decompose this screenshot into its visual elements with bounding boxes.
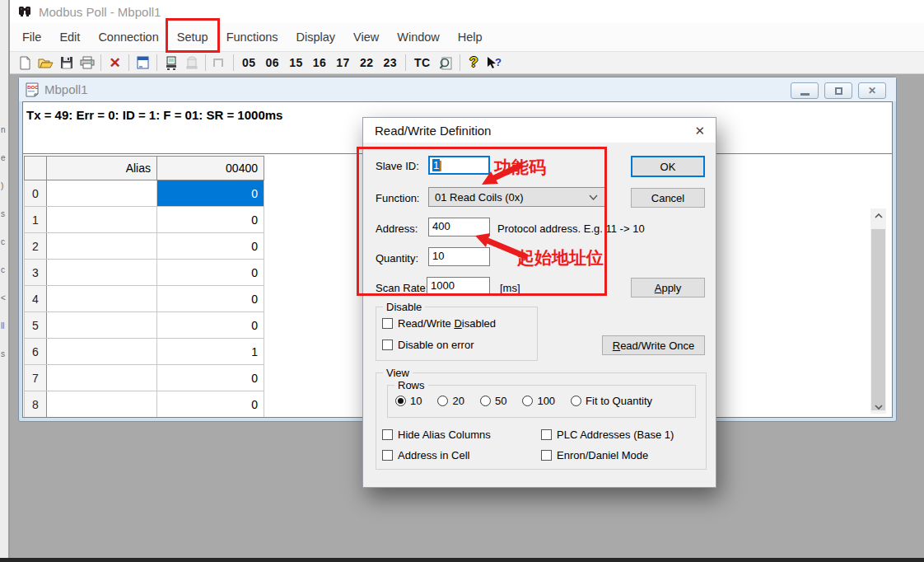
menu-display[interactable]: Display bbox=[287, 23, 345, 51]
function-selected-value: 01 Read Coils (0x) bbox=[435, 191, 524, 204]
child-title-bar[interactable]: DOC Mbpoll1 bbox=[19, 77, 896, 101]
rows-group: Rows 10 20 50 100 Fit to Quantity bbox=[387, 385, 696, 418]
menu-functions[interactable]: Functions bbox=[217, 23, 287, 51]
cell-alias[interactable] bbox=[47, 286, 157, 312]
cell-alias[interactable] bbox=[47, 233, 157, 260]
cell-value[interactable]: 0 bbox=[157, 365, 264, 391]
scan-rate-input[interactable]: 1000 bbox=[427, 277, 490, 296]
alias-column-header[interactable]: Alias bbox=[47, 157, 157, 180]
cell-value[interactable]: 0 bbox=[157, 207, 264, 233]
about-help-button[interactable]: ? bbox=[464, 53, 484, 73]
test-center-button[interactable]: TC bbox=[409, 56, 436, 69]
cell-alias[interactable] bbox=[47, 180, 157, 207]
menu-view[interactable]: View bbox=[344, 23, 388, 51]
rows-radio-option[interactable]: 50 bbox=[480, 395, 506, 407]
menu-edit[interactable]: Edit bbox=[50, 23, 89, 51]
func-16-button[interactable]: 16 bbox=[308, 56, 332, 69]
row-index[interactable]: 8 bbox=[25, 391, 47, 418]
corner-header-cell[interactable] bbox=[25, 157, 47, 180]
rows-radio-option[interactable]: 100 bbox=[522, 395, 555, 407]
menu-setup[interactable]: Setup bbox=[168, 23, 217, 51]
slave-id-label: Slave ID: bbox=[376, 160, 419, 172]
cell-alias[interactable] bbox=[47, 339, 157, 365]
delete-button[interactable]: ✕ bbox=[105, 53, 125, 73]
new-file-button[interactable] bbox=[15, 53, 35, 73]
row-index[interactable]: 1 bbox=[25, 207, 47, 233]
child-restore-button[interactable] bbox=[824, 82, 852, 99]
address-column-header[interactable]: 00400 bbox=[157, 157, 264, 180]
row-index[interactable]: 7 bbox=[25, 365, 47, 391]
save-button[interactable] bbox=[56, 53, 77, 73]
dialog-title-bar[interactable]: Read/Write Definition bbox=[363, 118, 716, 143]
open-file-button[interactable] bbox=[35, 53, 56, 73]
cell-value[interactable]: 0 bbox=[157, 233, 264, 260]
row-index[interactable]: 2 bbox=[25, 233, 47, 260]
context-help-button[interactable]: ? bbox=[484, 53, 505, 73]
rows-options: 10 20 50 100 Fit to Quantity bbox=[395, 395, 652, 407]
rows-radio-option[interactable]: 20 bbox=[437, 395, 464, 407]
cell-value[interactable]: 0 bbox=[157, 286, 264, 312]
address-input[interactable]: 400 bbox=[428, 218, 490, 237]
cell-alias[interactable] bbox=[47, 260, 157, 286]
enron-daniel-mode-checkbox[interactable]: Enron/Daniel Mode bbox=[541, 449, 648, 461]
save-floppy-icon bbox=[60, 56, 73, 69]
function-label: Function: bbox=[376, 192, 419, 204]
menu-connection[interactable]: Connection bbox=[89, 23, 167, 51]
scroll-up-icon[interactable] bbox=[870, 208, 886, 222]
hide-alias-columns-checkbox[interactable]: Hide Alias Columns bbox=[382, 429, 491, 441]
doc-icon: DOC bbox=[26, 82, 39, 97]
vertical-scrollbar[interactable] bbox=[870, 208, 886, 414]
communication-log-button[interactable] bbox=[436, 53, 456, 73]
child-minimize-button[interactable] bbox=[791, 82, 819, 99]
row-index[interactable]: 6 bbox=[25, 339, 47, 365]
app-title-bar[interactable]: Modbus Poll - Mbpoll1 bbox=[10, 0, 924, 23]
menu-help[interactable]: Help bbox=[449, 23, 492, 51]
cell-value[interactable]: 0 bbox=[157, 180, 264, 207]
func-06-button[interactable]: 06 bbox=[261, 56, 285, 69]
row-index[interactable]: 4 bbox=[25, 286, 47, 312]
apply-button[interactable]: Apply bbox=[631, 278, 705, 297]
cell-alias[interactable] bbox=[47, 207, 157, 233]
toolbar: ✕ 05 06 15 16 17 22 23 TC ? ? bbox=[10, 51, 924, 74]
func-23-button[interactable]: 23 bbox=[378, 56, 402, 69]
function-dropdown[interactable]: 01 Read Coils (0x) bbox=[428, 187, 605, 207]
single-pulse-button[interactable] bbox=[209, 53, 230, 73]
delete-x-icon: ✕ bbox=[109, 54, 120, 72]
quantity-input[interactable]: 10 bbox=[428, 247, 490, 266]
scroll-down-icon[interactable] bbox=[870, 400, 886, 414]
cell-value[interactable]: 1 bbox=[157, 339, 264, 365]
poll-button[interactable] bbox=[161, 53, 181, 73]
display-setup-button[interactable] bbox=[133, 53, 153, 73]
cell-alias[interactable] bbox=[47, 365, 157, 391]
cell-alias[interactable] bbox=[47, 312, 157, 339]
cell-alias[interactable] bbox=[47, 391, 157, 418]
address-label: Address: bbox=[376, 222, 418, 235]
cancel-button[interactable]: Cancel bbox=[631, 188, 705, 208]
ok-button[interactable]: OK bbox=[631, 156, 705, 177]
disable-on-error-checkbox[interactable]: Disable on error bbox=[382, 339, 474, 351]
func-15-button[interactable]: 15 bbox=[284, 56, 308, 69]
cell-value[interactable]: 0 bbox=[157, 391, 264, 418]
stop-poll-button[interactable] bbox=[181, 53, 202, 73]
cell-value[interactable]: 0 bbox=[157, 260, 264, 286]
address-in-cell-checkbox[interactable]: Address in Cell bbox=[382, 449, 469, 461]
func-17-button[interactable]: 17 bbox=[331, 56, 355, 69]
scrollbar-thumb[interactable] bbox=[871, 229, 885, 410]
func-05-button[interactable]: 05 bbox=[237, 56, 261, 69]
row-index[interactable]: 3 bbox=[25, 260, 47, 286]
cell-value[interactable]: 0 bbox=[157, 312, 264, 339]
dialog-close-icon[interactable]: ✕ bbox=[694, 124, 705, 138]
slave-id-input[interactable]: 1 bbox=[428, 156, 490, 175]
print-button[interactable] bbox=[77, 53, 97, 73]
plc-addresses-checkbox[interactable]: PLC Addresses (Base 1) bbox=[541, 429, 674, 441]
read-write-disabled-checkbox[interactable]: Read/Write Disabled bbox=[382, 317, 496, 330]
read-write-once-button[interactable]: Read/Write Once bbox=[602, 335, 705, 355]
menu-file[interactable]: File bbox=[13, 23, 50, 51]
row-index[interactable]: 5 bbox=[25, 312, 47, 339]
menu-window[interactable]: Window bbox=[388, 23, 449, 51]
rows-radio-option[interactable]: 10 bbox=[395, 395, 422, 407]
func-22-button[interactable]: 22 bbox=[355, 56, 379, 69]
rows-radio-option[interactable]: Fit to Quantity bbox=[571, 395, 652, 407]
row-index[interactable]: 0 bbox=[25, 180, 47, 207]
child-close-button[interactable]: ✕ bbox=[858, 82, 886, 99]
